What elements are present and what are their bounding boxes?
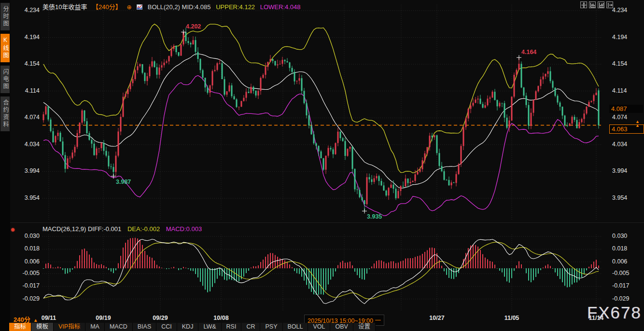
chevron-up-icon: ▲ <box>33 317 38 323</box>
x-axis-date-label: 09/19 <box>96 315 111 321</box>
x-axis-date-label: 11/05 <box>504 315 519 321</box>
y-axis-label-right: 4.114 <box>612 87 644 94</box>
indicator-tab[interactable]: 设置 <box>353 323 376 331</box>
step-right-button[interactable] <box>606 1 613 8</box>
x-axis-date-label: 09/11 <box>42 315 56 321</box>
fx678-watermark: FX678 <box>587 303 642 322</box>
macd-settings-icon[interactable]: ✹ <box>10 226 15 234</box>
low-price-annotation: 3.935 <box>367 213 382 220</box>
price-up-arrow-icon: ▲▲ <box>635 120 640 127</box>
x-axis-date-label: 10/08 <box>213 315 228 321</box>
period-badge: 【240分】 <box>92 3 122 11</box>
y-axis-label-right: 3.954 <box>612 194 644 201</box>
kline-chart-canvas[interactable] <box>0 0 644 331</box>
macd-header: MACD(26,12,9) DIFF:-0.001 DEA:-0.002 MAC… <box>42 225 206 233</box>
indicator-tab[interactable]: KDJ <box>177 323 199 331</box>
indicator-tab[interactable]: BOLL <box>283 323 308 331</box>
x-axis-date-label: 09/29 <box>153 315 168 321</box>
boll-upper-readout: UPPER:4.122 <box>216 3 255 11</box>
sidebar-tab-item[interactable]: 闪电图 <box>0 66 10 93</box>
indicator-tab[interactable]: OBV <box>330 323 353 331</box>
period-text: 240分 <box>14 316 30 323</box>
sidebar: 分时图K线图闪电图合约资料 <box>0 0 10 331</box>
macd-dea-readout: DEA:-0.002 <box>127 225 160 233</box>
indicator-tab[interactable]: 模板 <box>31 323 54 331</box>
boll-mid-readout: BOLL(20,2) MID:4.085 <box>148 3 211 11</box>
sidebar-tab-selected[interactable]: K线图 <box>0 34 10 62</box>
macd-axis-label-right: -0.005 <box>612 270 644 276</box>
sidebar-tab-item[interactable]: 合约资料 <box>0 97 10 131</box>
y-axis-label-right: 4.154 <box>612 60 644 67</box>
chart-application: 分时图K线图闪电图合约资料 美债10年收益率 【240分】 ⊕ BOLL(20,… <box>0 0 644 331</box>
indicator-tab[interactable]: LW& <box>198 323 221 331</box>
target-icon[interactable]: ⊕ <box>126 4 131 11</box>
indicator-tab[interactable]: RSI <box>222 323 242 331</box>
macd-value-readout: MACD:0.003 <box>166 225 202 233</box>
x-axis-date-label: 10/27 <box>429 315 444 321</box>
macd-diff-readout: MACD(26,12,9) DIFF:-0.001 <box>42 225 121 233</box>
sidebar-tab-item[interactable]: 分时图 <box>0 3 10 30</box>
scale-axis-left-button[interactable] <box>589 1 596 8</box>
indicator-tab[interactable]: MA <box>85 323 105 331</box>
boll-lower-readout: LOWER:4.048 <box>260 3 301 11</box>
mini-chart-icon <box>137 4 142 9</box>
chart-title-row: 美债10年收益率 【240分】 ⊕ BOLL(20,2) MID:4.085 U… <box>42 2 304 10</box>
panel-divider <box>10 222 644 223</box>
indicator-tab[interactable]: BIAS <box>133 323 157 331</box>
high-price-annotation: 4.202 <box>186 23 201 30</box>
indicator-tab[interactable]: VIP指标 <box>54 323 85 331</box>
high-price-annotation: 4.164 <box>521 49 536 55</box>
macd-axis-label-right: 0.006 <box>612 258 644 265</box>
y-axis-label-right: 4.234 <box>612 7 644 14</box>
indicator-tab[interactable]: VOL <box>308 323 330 331</box>
indicator-tab[interactable]: MACD <box>105 323 133 331</box>
y-axis-label-right: 4.034 <box>612 141 644 148</box>
indicator-toolbar: 指标模板VIP指标MAMACDBIASCCIKDJLW&RSICRPSYBOLL… <box>9 323 376 331</box>
macd-axis-label-right: 0.018 <box>612 245 644 252</box>
chart-toolbar <box>580 1 613 8</box>
indicator-tab[interactable]: PSY <box>260 323 282 331</box>
y-axis-label-right: 3.994 <box>612 167 644 174</box>
macd-axis-label-right: -0.017 <box>612 282 644 289</box>
pan-tool-button[interactable] <box>580 1 587 8</box>
indicator-tab[interactable]: CR <box>241 323 260 331</box>
scale-axis-right-button[interactable] <box>598 1 604 8</box>
indicator-tab[interactable]: CCI <box>156 323 177 331</box>
low-price-annotation: 3.987 <box>116 179 131 185</box>
indicator-tab[interactable]: 指标 <box>9 323 31 331</box>
macd-axis-label-right: 0.030 <box>612 233 644 239</box>
y-axis-label-right: 4.194 <box>612 34 644 41</box>
current-price-tag: 4.087 <box>609 105 643 113</box>
symbol-name: 美债10年收益率 <box>42 3 87 11</box>
macd-axis-label-right: -0.029 <box>612 295 644 302</box>
